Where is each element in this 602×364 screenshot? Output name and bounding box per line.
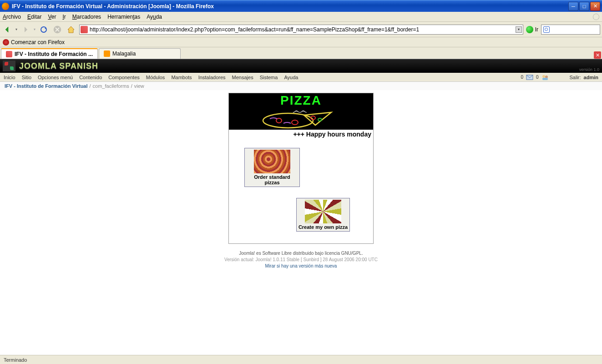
envelope-icon[interactable] [526, 74, 533, 81]
svg-point-3 [542, 75, 545, 78]
breadcrumb: IFV - Instituto de Formación Virtual / c… [0, 82, 602, 90]
svg-point-7 [276, 118, 282, 123]
menu-ayuda[interactable]: Ayuda [147, 14, 162, 20]
content-area: PIZZA ෴෴ +++ Happy hours monday [0, 90, 602, 364]
menu-archivo[interactable]: Archivo [3, 14, 21, 20]
footer-line2: Versión actual: Joomla! 1.0.11 Stable [ … [224, 257, 378, 263]
joomla-brand: JOOMLA SPANISH [19, 61, 98, 71]
site-favicon [81, 26, 88, 33]
jmenu-mensajes[interactable]: Mensajes [232, 75, 253, 80]
pizza-banner: PIZZA ෴෴ [229, 93, 373, 130]
pizza-thumb-icon [305, 200, 341, 223]
bookmarks-toolbar: Comenzar con Firefox [0, 37, 602, 47]
users-count: 0 [536, 75, 539, 80]
forward-dropdown-icon[interactable]: ▾ [34, 27, 35, 31]
address-dropdown-icon[interactable]: ▾ [516, 26, 522, 33]
joomla-footer: Joomla! es Software Libre distribuido ba… [224, 250, 378, 269]
url-input[interactable] [90, 26, 516, 33]
breadcrumb-component: com_facileforms [93, 83, 129, 89]
go-button-label[interactable]: Ir [535, 26, 538, 33]
status-text: Terminado [4, 357, 27, 363]
forward-button[interactable] [20, 24, 31, 35]
bookmark-item-comenzar[interactable]: Comenzar con Firefox [11, 39, 65, 46]
tab-favicon [104, 51, 110, 57]
jmenu-ayuda[interactable]: Ayuda [284, 75, 298, 80]
logout-user[interactable]: admin [584, 75, 598, 80]
card-label: Order standard pizzas [246, 174, 298, 185]
breadcrumb-sep: / [131, 83, 132, 89]
tab-strip: IFV - Instituto de Formación ... Malagal… [0, 47, 602, 59]
users-icon[interactable] [541, 74, 549, 81]
pizza-form-frame: PIZZA ෴෴ +++ Happy hours monday [228, 93, 374, 244]
jmenu-componentes[interactable]: Componentes [108, 75, 140, 80]
menu-marcadores[interactable]: Marcadores [72, 14, 101, 20]
tab-favicon [6, 51, 12, 57]
jmenu-contenido[interactable]: Contenido [79, 75, 102, 80]
breadcrumb-sep: / [90, 83, 91, 89]
logout-label: Salir: [570, 75, 581, 80]
menu-editar[interactable]: Editar [27, 14, 41, 20]
joomla-logo-icon [3, 61, 15, 71]
minimize-button[interactable]: ─ [568, 2, 578, 11]
reload-button[interactable] [38, 24, 49, 35]
go-button-icon[interactable] [526, 26, 533, 33]
jmenu-modulos[interactable]: Módulos [146, 75, 165, 80]
search-engine-icon[interactable] [543, 26, 550, 33]
svg-point-10 [318, 118, 322, 121]
pizza-thumb-icon [254, 150, 290, 173]
jmenu-inicio[interactable]: Inicio [4, 75, 15, 80]
menu-ir[interactable]: Ir [62, 14, 66, 20]
breadcrumb-view: view [134, 83, 144, 89]
firefox-nav-toolbar: ▾ ▾ ▾ Ir [0, 22, 602, 37]
throbber-icon [593, 14, 599, 20]
window-title: IFV - Instituto de Formación Virtual - A… [12, 3, 568, 10]
create-own-button[interactable]: Create my own pizza [296, 198, 350, 232]
status-bar: Terminado [0, 355, 602, 364]
address-bar[interactable]: ▾ [79, 25, 523, 35]
svg-rect-5 [542, 78, 548, 80]
tab-ifv[interactable]: IFV - Instituto de Formación ... [1, 48, 98, 59]
card-label: Create my own pizza [298, 224, 348, 230]
home-button[interactable] [66, 24, 76, 35]
svg-point-8 [292, 120, 298, 125]
bookmark-icon [3, 39, 9, 46]
jmenu-sistema[interactable]: Sistema [260, 75, 278, 80]
firefox-menubar: Archivo Editar Ver Ir Marcadores Herrami… [0, 12, 602, 22]
pizza-neon-icon [261, 111, 334, 129]
tab-label: Malagalia [112, 51, 136, 57]
jmenu-mambots[interactable]: Mambots [171, 75, 192, 80]
joomla-version: versión 1.0 [579, 67, 599, 72]
tab-label: IFV - Instituto de Formación ... [15, 51, 93, 57]
firefox-icon [2, 3, 9, 10]
footer-update-link[interactable]: Mirar si hay una versión más nueva [224, 263, 378, 269]
jmenu-instaladores[interactable]: Instaladores [198, 75, 226, 80]
close-button[interactable]: ✕ [590, 2, 600, 11]
breadcrumb-home[interactable]: IFV - Instituto de Formación Virtual [5, 83, 88, 89]
marquee-text: +++ Happy hours monday [229, 130, 373, 140]
menu-herramientas[interactable]: Herramientas [107, 14, 140, 20]
stop-button[interactable] [52, 24, 63, 35]
back-button[interactable] [2, 24, 13, 35]
order-standard-button[interactable]: Order standard pizzas [244, 148, 300, 187]
search-bar[interactable] [541, 25, 600, 35]
joomla-header: JOOMLA SPANISH versión 1.0 [0, 59, 602, 73]
jmenu-sitio[interactable]: Sitio [22, 75, 31, 80]
jmenu-opciones[interactable]: Opciones menú [38, 75, 73, 80]
menu-ver[interactable]: Ver [48, 14, 56, 20]
maximize-button[interactable]: □ [579, 2, 589, 11]
svg-point-0 [41, 27, 46, 32]
close-tab-button[interactable]: ✕ [594, 51, 601, 59]
footer-line1: Joomla! es Software Libre distribuido ba… [224, 250, 378, 257]
tab-malagalia[interactable]: Malagalia [99, 48, 181, 59]
messages-count: 0 [521, 75, 523, 80]
joomla-menubar: Inicio Sitio Opciones menú Contenido Com… [0, 73, 602, 82]
window-titlebar: IFV - Instituto de Formación Virtual - A… [0, 0, 602, 12]
back-dropdown-icon[interactable]: ▾ [15, 27, 17, 31]
